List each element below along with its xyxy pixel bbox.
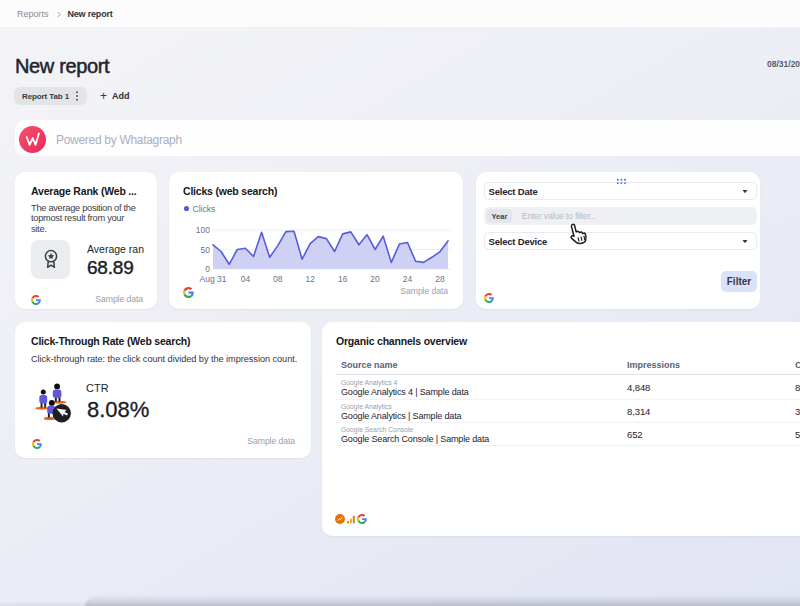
svg-text:04: 04 [241, 274, 251, 284]
svg-text:Clicks: Clicks [193, 204, 216, 214]
svg-text:50: 50 [201, 245, 211, 255]
svg-text:16: 16 [338, 274, 348, 284]
svg-text:28: 28 [435, 274, 445, 284]
svg-text:100: 100 [196, 225, 210, 235]
svg-text:Aug 31: Aug 31 [200, 274, 227, 284]
svg-text:24: 24 [403, 274, 413, 284]
svg-text:12: 12 [305, 274, 315, 284]
svg-text:20: 20 [370, 274, 380, 284]
svg-text:08: 08 [273, 274, 283, 284]
svg-text:0: 0 [205, 264, 210, 274]
